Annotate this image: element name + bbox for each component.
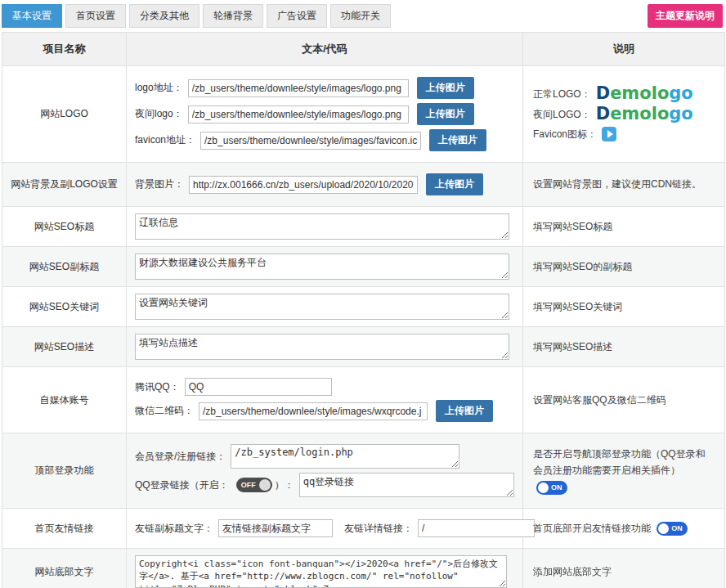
toggle-knob [658, 523, 669, 534]
qq-login-link-textarea[interactable]: qq登录链接 [299, 473, 514, 497]
seo-title-note: 填写网站SEO标题 [523, 207, 725, 247]
background-note: 设置网站背景图，建议使用CDN链接。 [523, 163, 725, 207]
logo-url-input[interactable] [188, 79, 409, 97]
logo-upload-button[interactable]: 上传图片 [417, 77, 474, 99]
settings-table: 项目名称 文本/代码 说明 网站LOGO logo地址： 上传图片 夜间logo… [2, 32, 725, 588]
tab-feature-switch[interactable]: 功能开关 [330, 4, 391, 28]
row-social-accounts: 自媒体账号 腾讯QQ： 微信二维码： 上传图片 设置网站客服QQ及微信二维码 [2, 367, 725, 433]
qq-login-toggle-off[interactable]: OFF [236, 478, 272, 492]
theme-settings-page: 基本设置 首页设置 分类及其他 轮播背景 广告设置 功能开关 主题更新说明 项目… [0, 0, 726, 588]
favicon-url-label: favicon地址： [135, 133, 195, 147]
friend-link-subtitle-label: 友链副标题文字： [135, 522, 213, 536]
tencent-qq-input[interactable] [185, 378, 332, 396]
demo-logo-image: Demologo [596, 85, 693, 102]
night-logo-preview-label: 夜间LOGO： [533, 106, 591, 123]
row-site-logo: 网站LOGO logo地址： 上传图片 夜间logo： 上传图片 favicon… [2, 66, 725, 163]
member-login-link-textarea[interactable]: /zb_system/login.php [231, 444, 459, 469]
tab-bar: 基本设置 首页设置 分类及其他 轮播背景 广告设置 功能开关 主题更新说明 [2, 2, 724, 32]
row-label: 网站SEO副标题 [2, 247, 127, 287]
tab-carousel-background[interactable]: 轮播背景 [203, 4, 263, 28]
header-text-code: 文本/代码 [127, 33, 523, 66]
row-label: 自媒体账号 [2, 367, 127, 433]
table-header-row: 项目名称 文本/代码 说明 [2, 33, 725, 66]
seo-keywords-note: 填写网站SEO关键词 [523, 287, 725, 327]
row-seo-title: 网站SEO标题 辽联信息 填写网站SEO标题 [2, 207, 725, 247]
row-seo-description: 网站SEO描述 填写站点描述 填写网站SEO描述 [2, 327, 725, 367]
normal-logo-label: 正常LOGO： [533, 86, 591, 102]
row-top-login: 顶部登录功能 会员登录/注册链接： /zb_system/login.php Q… [2, 433, 725, 509]
theme-update-notes-button[interactable]: 主题更新说明 [648, 4, 723, 28]
friend-link-url-label: 友链详情链接： [344, 522, 413, 536]
night-logo-input[interactable] [188, 105, 409, 123]
background-image-input[interactable] [189, 176, 418, 194]
row-label: 网站SEO描述 [2, 327, 127, 367]
row-label: 网站LOGO [2, 66, 127, 163]
tab-category-other[interactable]: 分类及其他 [129, 4, 199, 28]
friend-link-subtitle-input[interactable] [218, 519, 333, 537]
friend-link-url-input[interactable] [418, 519, 535, 537]
wechat-qrcode-label: 微信二维码： [135, 404, 194, 418]
wechat-qrcode-upload-button[interactable]: 上传图片 [436, 400, 493, 422]
row-label: 网站SEO标题 [2, 207, 127, 247]
favicon-upload-button[interactable]: 上传图片 [429, 129, 486, 151]
row-friend-links: 首页友情链接 友链副标题文字： 友链详情链接： 首页底部开启友情链接功能 ON [2, 509, 725, 549]
member-login-link-label: 会员登录/注册链接： [135, 450, 226, 464]
tab-ad-settings[interactable]: 广告设置 [267, 4, 327, 28]
row-site-background: 网站背景及副LOGO设置 背景图片： 上传图片 设置网站背景图，建议使用CDN链… [2, 163, 725, 207]
seo-subtitle-note: 填写网站SEO的副标题 [523, 247, 725, 287]
favicon-url-input[interactable] [200, 132, 421, 150]
seo-description-textarea[interactable]: 填写站点描述 [135, 334, 509, 360]
social-note: 设置网站客服QQ及微信二维码 [523, 367, 725, 433]
row-label: 网站背景及副LOGO设置 [2, 163, 127, 207]
header-item-name: 项目名称 [2, 33, 127, 66]
night-logo-label: 夜间logo： [135, 107, 183, 121]
seo-keywords-textarea[interactable]: 设置网站关键词 [135, 294, 509, 320]
tencent-qq-label: 腾讯QQ： [135, 380, 180, 394]
seo-title-textarea[interactable]: 辽联信息 [135, 213, 509, 240]
background-upload-button[interactable]: 上传图片 [426, 173, 483, 195]
seo-description-note: 填写网站SEO描述 [523, 327, 725, 367]
top-login-toggle-on[interactable]: ON [536, 481, 567, 495]
demo-logo-night-image: Demologo [596, 105, 693, 123]
row-footer-text: 网站底部文字 Copyright<i class="icon font-banq… [2, 549, 725, 588]
footer-note: 添加网站底部文字 [523, 549, 725, 588]
row-label: 网站SEO关键词 [2, 287, 127, 327]
tab-basic-settings[interactable]: 基本设置 [2, 4, 62, 28]
friend-links-toggle-on[interactable]: ON [657, 522, 688, 536]
night-logo-upload-button[interactable]: 上传图片 [417, 103, 474, 125]
top-login-note: 是否开启导航顶部登录功能（QQ登录和会员注册功能需要开启相关插件） [533, 448, 706, 476]
favicon-icon [602, 127, 616, 141]
background-image-label: 背景图片： [135, 177, 184, 191]
wechat-qrcode-input[interactable] [199, 402, 428, 420]
header-description: 说明 [523, 33, 725, 66]
friend-links-note: 首页底部开启友情链接功能 [533, 523, 651, 534]
logo-url-label: logo地址： [135, 81, 183, 95]
seo-subtitle-textarea[interactable]: 财源大数据建设公共服务平台 [135, 254, 509, 280]
row-seo-subtitle: 网站SEO副标题 财源大数据建设公共服务平台 填写网站SEO的副标题 [2, 247, 725, 287]
qq-login-link-label-suffix: ）： [275, 478, 294, 492]
row-label: 顶部登录功能 [2, 433, 127, 509]
row-label: 网站底部文字 [2, 549, 127, 588]
favicon-preview-label: Favicon图标： [533, 126, 597, 142]
footer-text-textarea[interactable]: Copyright<i class="icon font-banquan"></… [135, 555, 507, 588]
qq-login-link-label-prefix: QQ登录链接（开启： [135, 478, 229, 492]
toggle-knob [538, 483, 549, 493]
tab-home-settings[interactable]: 首页设置 [65, 4, 126, 28]
row-label: 首页友情链接 [2, 509, 127, 549]
toggle-knob [259, 479, 271, 491]
row-seo-keywords: 网站SEO关键词 设置网站关键词 填写网站SEO关键词 [2, 287, 725, 327]
